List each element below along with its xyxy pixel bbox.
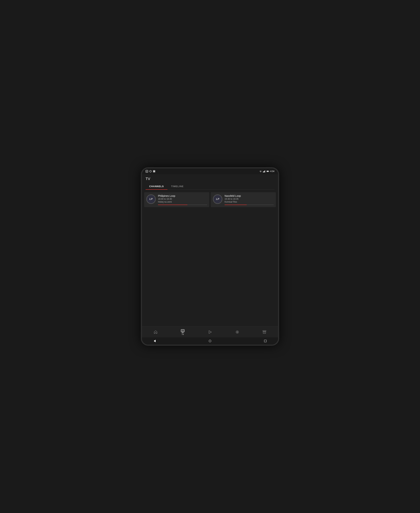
status-bar-left: A — [146, 170, 155, 173]
record-icon — [235, 330, 240, 334]
channel-show-philipines: Hokej na zemi — [158, 201, 207, 203]
svg-rect-5 — [263, 172, 263, 172]
channel-info-nassfeld: Nassfeld Loop 15:30 to 16:35 Komisař Rex — [225, 194, 274, 205]
system-nav — [142, 337, 278, 345]
nav-home[interactable] — [150, 329, 161, 335]
svg-rect-6 — [264, 171, 264, 172]
svg-text:LP: LP — [216, 197, 219, 200]
nav-record[interactable] — [232, 329, 242, 335]
archive-icon — [262, 330, 267, 334]
recent-button[interactable] — [263, 339, 267, 343]
main-content: LP Philipines Loop 16:00 to 16:30 Hokej … — [142, 190, 278, 326]
nav-tv[interactable]: TV — [178, 327, 188, 336]
tab-timeline[interactable]: TIMELINE — [167, 183, 187, 189]
channel-info-philipines: Philipines Loop 16:00 to 16:30 Hokej na … — [158, 194, 207, 205]
channel-logo-philipines: LP — [146, 194, 156, 204]
svg-marker-20 — [209, 331, 211, 333]
home-icon — [153, 330, 158, 334]
progress-bar-fill-philipines — [158, 205, 188, 205]
svg-rect-28 — [264, 340, 266, 342]
nav-tv-label: TV — [182, 333, 184, 335]
svg-text:A: A — [146, 171, 147, 172]
channel-time-philipines: 16:00 to 16:30 — [158, 198, 207, 200]
svg-point-22 — [237, 332, 238, 332]
nav-archive[interactable] — [259, 329, 270, 335]
svg-rect-4 — [154, 171, 155, 172]
tv-icon — [180, 329, 185, 333]
svg-point-2 — [150, 170, 151, 172]
progress-bar-fill-nassfeld — [225, 205, 247, 205]
circle-status-icon — [149, 170, 152, 173]
nav-play[interactable] — [205, 329, 215, 335]
app-title: TV — [146, 177, 274, 181]
progress-bar-bg-philipines — [158, 205, 207, 205]
channels-grid: LP Philipines Loop 16:00 to 16:30 Hokej … — [144, 192, 276, 207]
bottom-nav: TV — [142, 326, 278, 337]
home-button[interactable] — [208, 339, 212, 343]
svg-rect-7 — [264, 171, 265, 172]
app-header: TV CHANNELS TIMELINE — [142, 174, 278, 190]
play-icon — [208, 330, 212, 334]
channel-name-philipines: Philipines Loop — [158, 194, 207, 197]
battery-icon — [267, 170, 269, 173]
svg-rect-19 — [181, 330, 184, 332]
channel-logo-nassfeld: LP — [213, 194, 222, 204]
signal-icon — [263, 170, 265, 173]
svg-marker-26 — [154, 340, 156, 342]
channel-show-nassfeld: Komisař Rex — [225, 201, 274, 203]
svg-rect-23 — [263, 331, 266, 331]
app-container: TV CHANNELS TIMELINE LP — [142, 174, 278, 337]
tab-channels[interactable]: CHANNELS — [146, 183, 167, 189]
svg-rect-10 — [269, 171, 269, 172]
notification-a-icon: A — [146, 170, 148, 173]
channel-name-nassfeld: Nassfeld Loop — [225, 194, 274, 197]
progress-bar-bg-nassfeld — [225, 205, 274, 205]
status-bar: A — [142, 168, 278, 174]
shield-icon — [153, 170, 155, 173]
svg-rect-11 — [267, 171, 268, 172]
channel-time-nassfeld: 15:30 to 16:35 — [225, 198, 274, 200]
svg-rect-8 — [265, 170, 265, 172]
channel-card-philipines[interactable]: LP Philipines Loop 16:00 to 16:30 Hokej … — [144, 192, 209, 207]
wifi-icon — [259, 170, 262, 173]
device-frame: A — [141, 167, 279, 346]
status-time: 4:04 — [270, 170, 274, 173]
status-bar-right: 4:04 — [259, 170, 274, 173]
svg-text:LP: LP — [150, 197, 153, 200]
channel-card-nassfeld[interactable]: LP Nassfeld Loop 15:30 to 16:35 Komisař … — [211, 192, 276, 207]
back-button[interactable] — [153, 339, 157, 343]
tabs-container: CHANNELS TIMELINE — [146, 183, 274, 190]
svg-point-27 — [209, 340, 211, 342]
